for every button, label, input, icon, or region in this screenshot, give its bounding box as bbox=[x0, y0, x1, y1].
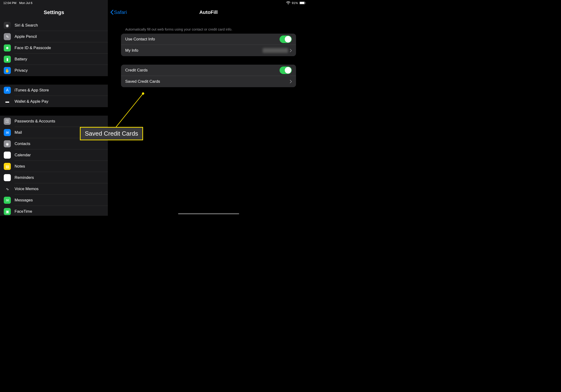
sidebar-item-label: Face ID & Passcode bbox=[15, 42, 108, 54]
sidebar-item-notes[interactable]: ▤Notes bbox=[0, 161, 108, 172]
wifi-icon bbox=[286, 1, 290, 4]
section-contact: Use Contact Info My Info ████████ bbox=[121, 34, 296, 56]
sidebar-list[interactable]: ◉Siri & Search✎Apple Pencil☻Face ID & Pa… bbox=[0, 20, 108, 216]
sidebar-item-mail-icon: ✉ bbox=[4, 129, 11, 136]
svg-rect-2 bbox=[305, 2, 306, 3]
svg-rect-1 bbox=[300, 2, 304, 4]
sidebar-item-battery-icon: ▮ bbox=[4, 56, 11, 63]
sidebar-item-reminders-icon: ⋮ bbox=[4, 174, 11, 181]
sidebar-item-voicememos[interactable]: ∿Voice Memos bbox=[0, 183, 108, 195]
sidebar-item-battery[interactable]: ▮Battery bbox=[0, 54, 108, 65]
sidebar-item-label: iTunes & App Store bbox=[15, 85, 108, 96]
home-indicator bbox=[178, 213, 239, 214]
back-label: Safari bbox=[114, 9, 127, 15]
sidebar-item-label: Voice Memos bbox=[15, 183, 108, 195]
chevron-right-icon bbox=[290, 80, 292, 83]
sidebar-item-wallet[interactable]: ▬Wallet & Apple Pay bbox=[0, 96, 108, 107]
sidebar-item-passwords[interactable]: ⚿Passwords & Accounts bbox=[0, 116, 108, 127]
sidebar-item-appstore-icon: A bbox=[4, 87, 11, 94]
sidebar-item-mail[interactable]: ✉Mail bbox=[0, 127, 108, 138]
sidebar-item-appstore[interactable]: AiTunes & App Store bbox=[0, 85, 108, 96]
back-button[interactable]: Safari bbox=[108, 9, 127, 15]
detail-pane: Safari AutoFill Automatically fill out w… bbox=[108, 0, 309, 216]
sidebar-item-calendar[interactable]: ▦Calendar bbox=[0, 150, 108, 161]
sidebar-item-facetime-icon: ▣ bbox=[4, 208, 11, 215]
toggle-use-contact-info[interactable] bbox=[280, 35, 292, 43]
sidebar-item-label: Privacy bbox=[15, 65, 108, 76]
sidebar-item-wallet-icon: ▬ bbox=[4, 98, 11, 105]
status-bar: 12:04 PM Mon Jul 6 91% bbox=[0, 0, 309, 6]
row-saved-credit-cards[interactable]: Saved Credit Cards bbox=[121, 76, 296, 87]
sidebar-item-pencil[interactable]: ✎Apple Pencil bbox=[0, 31, 108, 42]
sidebar-item-passwords-icon: ⚿ bbox=[4, 118, 11, 125]
row-label: My Info bbox=[125, 48, 263, 53]
sidebar-item-label: Reminders bbox=[15, 172, 108, 183]
sidebar-item-label: Messages bbox=[15, 195, 108, 206]
page-title: AutoFill bbox=[108, 9, 309, 15]
sidebar-item-notes-icon: ▤ bbox=[4, 163, 11, 170]
section-credit-cards: Credit Cards Saved Credit Cards bbox=[121, 65, 296, 87]
sidebar-item-messages-icon: ✉ bbox=[4, 197, 11, 204]
section-caption: Automatically fill out web forms using y… bbox=[121, 27, 296, 34]
battery-pct: 91% bbox=[292, 1, 298, 5]
sidebar-item-voicememos-icon: ∿ bbox=[4, 185, 11, 193]
sidebar-item-faceid-icon: ☻ bbox=[4, 44, 11, 52]
sidebar-item-label: Wallet & Apple Pay bbox=[15, 96, 108, 107]
chevron-right-icon bbox=[290, 49, 292, 52]
sidebar-item-contacts-icon: ◉ bbox=[4, 140, 11, 147]
sidebar-item-label: Battery bbox=[15, 54, 108, 65]
row-my-info[interactable]: My Info ████████ bbox=[121, 45, 296, 56]
sidebar-item-label: FaceTime bbox=[15, 206, 108, 216]
sidebar-item-facetime[interactable]: ▣FaceTime bbox=[0, 206, 108, 216]
sidebar-item-label: Contacts bbox=[15, 138, 108, 150]
row-credit-cards: Credit Cards bbox=[121, 65, 296, 76]
sidebar-item-privacy[interactable]: ✋Privacy bbox=[0, 65, 108, 76]
detail-header: Safari AutoFill bbox=[108, 7, 309, 18]
sidebar-item-label: Passwords & Accounts bbox=[15, 116, 108, 127]
sidebar-item-contacts[interactable]: ◉Contacts bbox=[0, 138, 108, 150]
sidebar-item-label: Notes bbox=[15, 161, 108, 172]
row-label: Saved Credit Cards bbox=[125, 79, 290, 84]
row-label: Credit Cards bbox=[125, 68, 280, 73]
sidebar-item-siri-icon: ◉ bbox=[4, 22, 11, 29]
sidebar-item-label: Siri & Search bbox=[15, 20, 108, 31]
sidebar-item-faceid[interactable]: ☻Face ID & Passcode bbox=[0, 42, 108, 54]
battery-icon bbox=[299, 1, 306, 4]
sidebar-item-reminders[interactable]: ⋮Reminders bbox=[0, 172, 108, 183]
row-label: Use Contact Info bbox=[125, 37, 280, 42]
status-time: 12:04 PM bbox=[3, 1, 16, 5]
status-date: Mon Jul 6 bbox=[19, 1, 32, 5]
sidebar-item-label: Calendar bbox=[15, 150, 108, 161]
sidebar-item-privacy-icon: ✋ bbox=[4, 67, 11, 74]
settings-sidebar: Settings ◉Siri & Search✎Apple Pencil☻Fac… bbox=[0, 0, 108, 216]
sidebar-item-label: Mail bbox=[15, 127, 108, 138]
sidebar-item-siri[interactable]: ◉Siri & Search bbox=[0, 20, 108, 31]
sidebar-item-calendar-icon: ▦ bbox=[4, 152, 11, 159]
sidebar-item-messages[interactable]: ✉Messages bbox=[0, 195, 108, 206]
sidebar-item-pencil-icon: ✎ bbox=[4, 33, 11, 40]
row-use-contact-info: Use Contact Info bbox=[121, 34, 296, 45]
toggle-credit-cards[interactable] bbox=[280, 66, 292, 74]
sidebar-title: Settings bbox=[0, 7, 108, 20]
sidebar-item-label: Apple Pencil bbox=[15, 31, 108, 42]
row-value: ████████ bbox=[263, 48, 288, 53]
